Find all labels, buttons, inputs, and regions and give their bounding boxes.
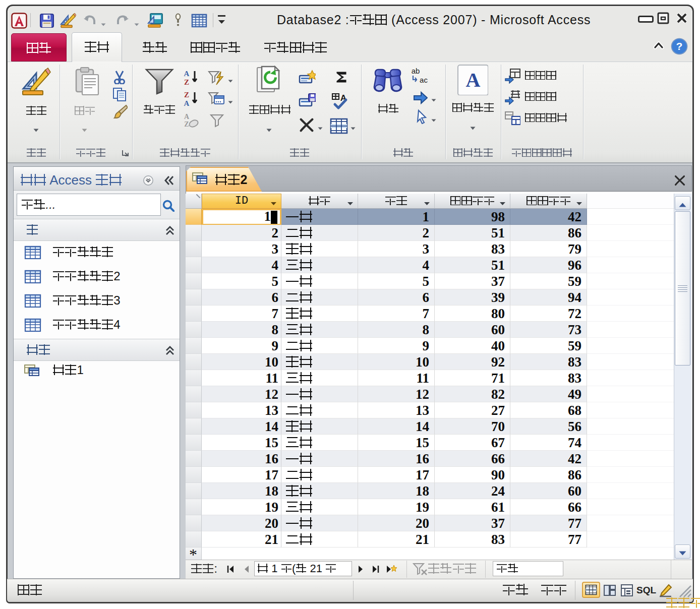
svg-text:Z: Z (184, 91, 189, 99)
svg-text:A: A (466, 69, 481, 91)
svg-text:?: ? (676, 40, 683, 52)
svg-text:ac: ac (420, 76, 428, 84)
svg-text:Z: Z (184, 78, 189, 86)
svg-text:A: A (184, 70, 190, 78)
svg-text:A: A (184, 99, 190, 107)
svg-text:ab: ab (412, 67, 420, 75)
svg-text:Z: Z (184, 120, 189, 128)
svg-text:A: A (184, 113, 190, 120)
